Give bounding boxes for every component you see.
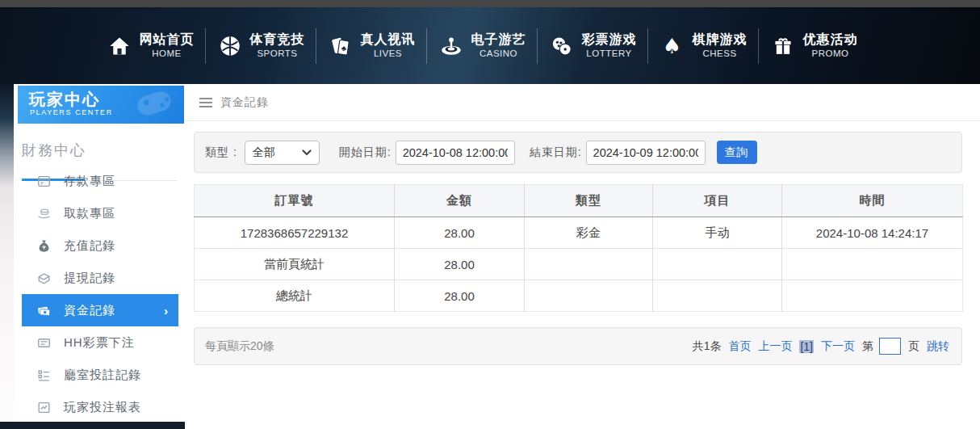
players-center-header: 玩家中心 PLAYERS CENTER <box>18 86 184 124</box>
nav-label-zh: 体育竞技 <box>250 32 305 48</box>
table-row: 1728368657229132 28.00 彩金 手动 2024-10-08 … <box>195 217 963 249</box>
filter-panel: 類型 : 全部 開始日期: 結束日期: 查詢 <box>194 132 962 173</box>
cell-amount: 28.00 <box>395 217 525 249</box>
next-page-link[interactable]: 下一页 <box>821 339 855 354</box>
nav-label-zh: 棋牌游戏 <box>693 32 748 48</box>
section-title-finance-center: 財務中心 <box>22 141 86 160</box>
sports-ball-icon <box>217 33 243 59</box>
chevron-right-icon: › <box>164 304 168 318</box>
top-nav: 网站首页 HOME 体育竞技 SPORTS ♣ <box>0 7 980 84</box>
start-date-label: 開始日期: <box>339 145 392 160</box>
type-label: 類型 : <box>205 145 237 160</box>
end-date-input[interactable] <box>586 141 706 165</box>
hand-coins-icon <box>36 206 52 221</box>
funds-record-table: 訂單號 金額 類型 項目 時間 1728368657229132 28.00 彩… <box>194 184 963 312</box>
nav-label-zh: 电子游艺 <box>471 32 526 48</box>
sidebar-item-funds-record[interactable]: 資金記錄 › <box>22 294 178 326</box>
sidebar-item-hh-lottery-bets[interactable]: HH彩票下注 <box>14 326 185 359</box>
sidebar-item-player-bet-report[interactable]: 玩家投注報表 <box>14 391 185 423</box>
nav-label-en: SPORTS <box>250 48 305 60</box>
current-page-badge: [1] <box>799 340 814 353</box>
sidebar-item-hall-bet-records[interactable]: 廳室投註記錄 <box>14 359 185 391</box>
nav-label-en: LIVES <box>361 48 416 60</box>
list-icon <box>36 368 52 383</box>
home-icon <box>107 33 132 59</box>
nav-label-en: CHESS <box>693 48 748 60</box>
nav-row: 网站首页 HOME 体育竞技 SPORTS ♣ <box>95 28 869 64</box>
end-date-label: 結束日期: <box>530 145 582 160</box>
start-date-input[interactable] <box>396 141 515 165</box>
cell-label: 總統計 <box>195 280 395 312</box>
roulette-icon <box>438 33 464 59</box>
spade-icon: ♠ <box>660 33 685 59</box>
menu-icon[interactable] <box>199 98 212 107</box>
nav-label-en: PROMO <box>803 48 858 60</box>
main-content: 資金記錄 類型 : 全部 開始日期: 結束日期: 查詢 訂單號 金額 類型 項目… <box>185 84 980 429</box>
column-header-amount: 金額 <box>395 185 525 217</box>
playing-cards-icon: ♣ <box>328 33 354 59</box>
column-header-type: 類型 <box>525 185 653 217</box>
pagination-bar: 每頁顯示20條 共1条 首页 上一页 [1] 下一页 第 页 跳转 <box>194 327 962 365</box>
nav-label-zh: 优惠活动 <box>803 32 858 48</box>
per-page-text: 每頁顯示20條 <box>205 339 274 354</box>
nav-label-en: CASINO <box>471 48 526 60</box>
cell-item: 手动 <box>653 217 782 249</box>
cell-label: 當前頁統計 <box>195 249 395 280</box>
nav-label-zh: 彩票游戏 <box>582 32 637 48</box>
nav-item-lives[interactable]: ♣ 真人视讯 LIVES <box>316 32 426 60</box>
breadcrumb: 資金記錄 <box>185 84 980 121</box>
sidebar: 玩家中心 PLAYERS CENTER 財務中心 存款專區 取款專區 <box>14 84 185 422</box>
top-strip <box>0 0 980 7</box>
ticket-icon <box>36 335 52 351</box>
gamepad-icon <box>128 87 178 124</box>
page-title: 資金記錄 <box>220 95 269 110</box>
sidebar-bottom-bar <box>0 422 185 429</box>
nav-item-sports[interactable]: 体育竞技 SPORTS <box>206 32 316 60</box>
sidebar-title: 玩家中心 <box>29 89 100 111</box>
nav-label-en: LOTTERY <box>582 48 637 60</box>
deposit-icon <box>36 174 52 189</box>
type-select-value: 全部 <box>253 145 275 160</box>
cell-amount: 28.00 <box>395 280 525 312</box>
page-prefix-text: 第 <box>862 339 873 354</box>
money-bag-icon <box>36 238 52 254</box>
column-header-item: 項目 <box>653 185 782 217</box>
column-header-time: 時間 <box>782 185 963 217</box>
first-page-link[interactable]: 首页 <box>728 339 751 354</box>
total-count-text: 共1条 <box>693 339 722 354</box>
nav-item-lottery[interactable]: 彩票游戏 LOTTERY <box>538 32 647 60</box>
sidebar-menu: 存款專區 取款專區 充值記錄 提現記錄 資金記錄 › <box>14 165 185 423</box>
nav-item-home[interactable]: 网站首页 HOME <box>95 32 205 60</box>
prev-page-link[interactable]: 上一页 <box>758 339 792 354</box>
sidebar-item-withdraw[interactable]: 取款專區 <box>14 197 185 229</box>
type-select[interactable]: 全部 <box>245 141 320 165</box>
search-button[interactable]: 查詢 <box>717 141 757 164</box>
page-number-input[interactable] <box>879 338 901 355</box>
column-header-order-no: 訂單號 <box>195 185 395 217</box>
sidebar-item-recharge-record[interactable]: 充值記錄 <box>14 229 185 262</box>
table-row-page-total: 當前頁統計 28.00 <box>195 249 963 280</box>
nav-item-promo[interactable]: 优惠活动 PROMO <box>759 32 869 60</box>
cash-icon <box>36 271 52 286</box>
page-suffix-text: 页 <box>908 339 919 354</box>
nav-item-chess[interactable]: ♠ 棋牌游戏 CHESS <box>648 32 758 60</box>
report-chart-icon <box>36 400 52 415</box>
gift-icon <box>770 33 796 59</box>
nav-label-zh: 真人视讯 <box>361 32 416 48</box>
cell-type: 彩金 <box>525 217 653 249</box>
cell-time: 2024-10-08 14:24:17 <box>782 217 963 249</box>
jump-link[interactable]: 跳转 <box>927 339 949 354</box>
lottery-balls-icon <box>549 33 575 59</box>
sidebar-item-deposit[interactable]: 存款專區 <box>14 165 185 197</box>
table-header-row: 訂單號 金額 類型 項目 時間 <box>195 185 963 217</box>
nav-label-zh: 网站首页 <box>140 32 195 48</box>
page-background-left <box>0 84 14 429</box>
banknotes-icon <box>36 303 52 318</box>
cell-amount: 28.00 <box>395 249 525 280</box>
sidebar-item-withdrawal-record[interactable]: 提現記錄 <box>14 262 185 294</box>
table-row-grand-total: 總統計 28.00 <box>195 280 963 312</box>
chevron-down-icon <box>302 149 312 156</box>
nav-label-en: HOME <box>140 48 195 60</box>
sidebar-subtitle: PLAYERS CENTER <box>30 108 113 116</box>
nav-item-casino[interactable]: 电子游艺 CASINO <box>427 32 537 60</box>
